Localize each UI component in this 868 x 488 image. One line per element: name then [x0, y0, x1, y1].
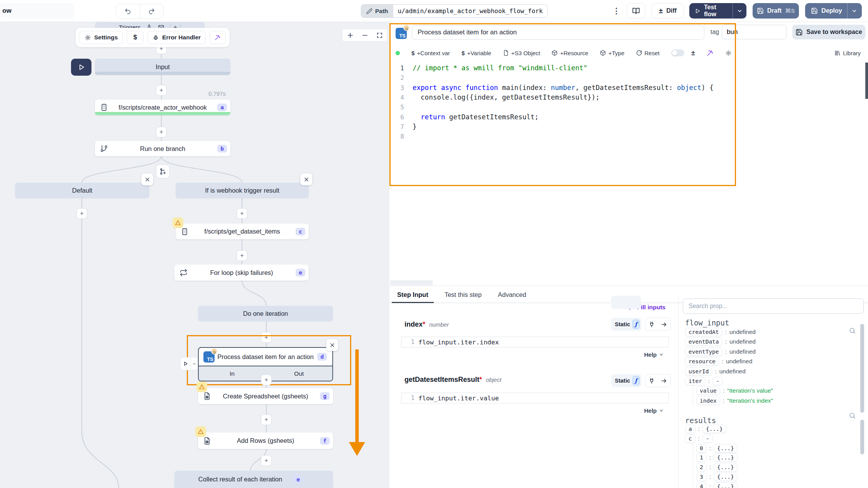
- tree-row[interactable]: 3:{...}: [693, 472, 738, 481]
- tree-row[interactable]: 0:{...}: [693, 444, 738, 453]
- add-s3-object-button[interactable]: +S3 Object: [503, 50, 540, 56]
- input-mode-toggle[interactable]: Staticƒ: [611, 374, 641, 387]
- save-to-workspace-button[interactable]: Save to workspace: [792, 25, 865, 39]
- create-spreadsheet-node[interactable]: Create Spreadsheet (gsheets) g: [198, 388, 333, 404]
- expr-input-getdatesetitemsresult[interactable]: 1flow_input.iter.value: [401, 393, 669, 403]
- docs-button[interactable]: [627, 3, 645, 19]
- arrow-right-icon[interactable]: [661, 321, 667, 328]
- sidebar-scrollbar[interactable]: [860, 324, 864, 413]
- step-input-pill[interactable]: In: [199, 366, 266, 381]
- insert-step-button[interactable]: +: [237, 208, 247, 219]
- zoom-in-icon[interactable]: [347, 32, 354, 39]
- editor-settings-button[interactable]: [725, 50, 732, 56]
- insert-step-button[interactable]: +: [261, 414, 272, 425]
- add-resource-button[interactable]: +Resource: [552, 50, 588, 56]
- delete-branch-button[interactable]: [141, 173, 153, 185]
- plus-minus-icon[interactable]: ±: [691, 49, 695, 57]
- undo-button[interactable]: [116, 4, 140, 18]
- tree-row[interactable]: createdAt:undefined: [685, 327, 756, 337]
- run-step-button[interactable]: [181, 358, 191, 370]
- tab-test-this-step[interactable]: Test this step: [445, 291, 482, 298]
- insert-step-button[interactable]: +: [261, 455, 272, 466]
- do-one-iteration-node[interactable]: Do one iteration: [198, 306, 333, 321]
- diff-toggle[interactable]: [671, 49, 684, 56]
- input-node[interactable]: Input: [95, 59, 230, 75]
- step-title-input[interactable]: [412, 25, 704, 40]
- get-dataset-items-node[interactable]: f/scripts/get_dataset_items c: [176, 224, 309, 239]
- more-menu-button[interactable]: ⋮: [612, 5, 621, 16]
- tag-input[interactable]: [722, 25, 787, 39]
- tree-row[interactable]: 1:{...}: [693, 453, 738, 462]
- insert-step-button[interactable]: +: [237, 250, 247, 261]
- expr-input-index[interactable]: 1flow_input.iter.index: [401, 337, 669, 347]
- deploy-button[interactable]: Deploy: [805, 3, 862, 19]
- editor-scrollbar[interactable]: [865, 63, 868, 99]
- tree-row[interactable]: iter:-: [685, 376, 723, 386]
- zoom-out-icon[interactable]: [362, 32, 368, 39]
- branch-default-node[interactable]: Default: [15, 183, 149, 198]
- ai-gen-button[interactable]: [707, 49, 714, 56]
- flow-canvas[interactable]: Triggers + Settings $ Error Handler Inpu…: [0, 22, 389, 488]
- add-branch-button[interactable]: [156, 164, 170, 178]
- insert-step-button[interactable]: +: [76, 208, 87, 219]
- tab-step-input[interactable]: Step Input: [397, 291, 428, 298]
- sidebar-scrollbar[interactable]: [860, 420, 864, 454]
- add-variable-button[interactable]: $+Variable: [462, 50, 491, 56]
- tree-row[interactable]: eventData:undefined: [685, 337, 756, 346]
- add-type-button[interactable]: +Type: [600, 50, 624, 56]
- library-button[interactable]: Library: [834, 50, 861, 56]
- javascript-expr-icon[interactable]: ƒ: [633, 376, 640, 385]
- step-output-pill[interactable]: Out: [266, 366, 332, 381]
- insert-step-button[interactable]: +: [156, 127, 167, 137]
- insert-step-button[interactable]: +: [261, 374, 272, 385]
- delete-branch-button[interactable]: [300, 173, 312, 185]
- input-mode-toggle[interactable]: Staticƒ: [611, 318, 641, 331]
- fit-view-icon[interactable]: [376, 32, 383, 39]
- tree-row[interactable]: userId:undefined: [685, 367, 746, 376]
- create-actor-webhook-node[interactable]: f/scripts/create_actor_webhook a: [95, 100, 230, 115]
- draft-button[interactable]: Draft⌘S: [753, 3, 799, 19]
- collect-result-node[interactable]: Collect result of each iteration e: [174, 471, 333, 488]
- deploy-dropdown[interactable]: [848, 8, 861, 14]
- code-editor[interactable]: 1// import * as wmill from "windmill-cli…: [389, 62, 868, 286]
- help-toggle[interactable]: Help: [644, 351, 664, 358]
- flow-variables-button[interactable]: $: [127, 31, 144, 44]
- tree-row[interactable]: 4:{...}: [693, 482, 738, 488]
- search-icon[interactable]: [849, 327, 856, 334]
- plug-icon[interactable]: [648, 321, 655, 328]
- tree-row[interactable]: c:-: [685, 434, 713, 443]
- javascript-expr-icon[interactable]: ƒ: [633, 320, 640, 329]
- flow-settings-button[interactable]: Settings: [80, 31, 123, 44]
- add-context-var-button[interactable]: $+Context var: [411, 50, 450, 56]
- help-toggle[interactable]: Help: [644, 407, 664, 414]
- tree-row[interactable]: value:"Iteration's value": [693, 386, 773, 395]
- flow-input-header[interactable]: flow_input: [685, 319, 729, 327]
- search-icon[interactable]: [849, 412, 856, 419]
- insert-step-button[interactable]: +: [156, 85, 167, 96]
- add-rows-node[interactable]: Add Rows (gsheets) f: [198, 432, 333, 449]
- for-loop-node[interactable]: For loop (skip failures) e: [174, 264, 309, 281]
- branch-if-node[interactable]: If is webhook trigger result: [176, 183, 309, 198]
- tree-row[interactable]: resource:undefined: [685, 357, 752, 366]
- flow-summary-field[interactable]: ow: [0, 3, 74, 19]
- redo-button[interactable]: [140, 4, 164, 18]
- tree-row[interactable]: eventType:undefined: [685, 347, 756, 356]
- arrow-right-icon[interactable]: [661, 378, 667, 384]
- search-prop-input[interactable]: [683, 298, 864, 314]
- tree-row[interactable]: 2:{...}: [693, 463, 738, 472]
- test-flow-dropdown[interactable]: [733, 8, 746, 14]
- plug-icon[interactable]: [648, 378, 655, 384]
- insert-step-button[interactable]: +: [261, 332, 272, 343]
- diff-button[interactable]: ±Diff: [651, 3, 684, 19]
- error-handler-button[interactable]: Error Handler: [147, 31, 206, 44]
- run-flow-button[interactable]: [71, 59, 91, 76]
- tree-row[interactable]: index:"Iteration's index": [693, 396, 773, 405]
- reset-button[interactable]: Reset: [636, 50, 660, 56]
- results-header[interactable]: results: [685, 416, 716, 425]
- run-one-branch-node[interactable]: Run one branch b: [95, 141, 230, 156]
- ai-assistant-button[interactable]: [210, 31, 226, 44]
- tree-row[interactable]: a:{...}: [685, 424, 726, 434]
- run-step-dropdown[interactable]: [191, 358, 198, 370]
- delete-step-button[interactable]: [326, 339, 338, 351]
- input-mode-static-toggle[interactable]: [611, 296, 641, 309]
